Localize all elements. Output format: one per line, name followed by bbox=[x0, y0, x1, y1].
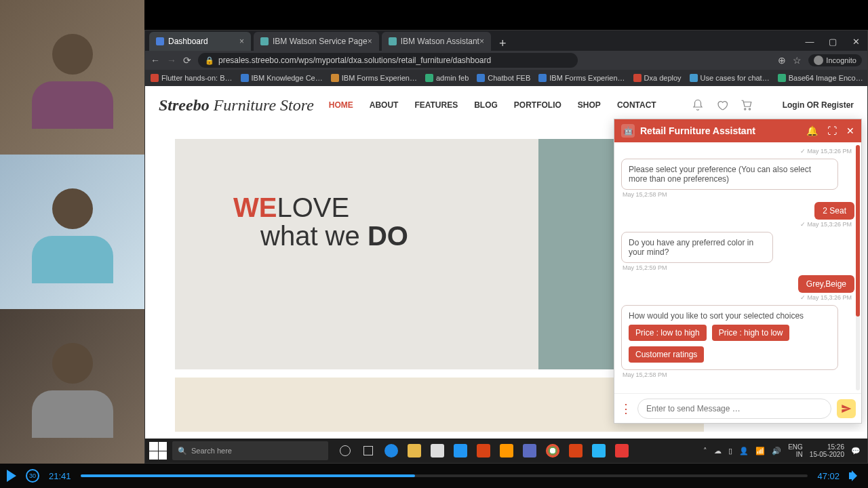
svg-point-1 bbox=[749, 108, 750, 110]
nav-shop[interactable]: SHOP bbox=[578, 100, 601, 110]
tab-label: IBM Watson Service Page bbox=[273, 37, 368, 46]
nav-about[interactable]: ABOUT bbox=[370, 100, 399, 110]
sort-option-ratings[interactable]: Customer ratings bbox=[629, 346, 704, 363]
site-logo[interactable]: Streebo Furniture Store bbox=[159, 96, 314, 115]
bookmark-item[interactable]: IBM Knowledge Ce… bbox=[241, 74, 323, 82]
tray-cloud-icon[interactable]: ☁ bbox=[714, 447, 722, 455]
tray-notifications-icon[interactable]: 💬 bbox=[851, 447, 861, 455]
address-bar[interactable]: 🔒 presales.streebo.com/wps/myportal/dxa.… bbox=[198, 53, 578, 68]
system-tray: ˄ ☁ ▯ 👤 📶 🔊 ENGIN 15:2615-05-2020 💬 bbox=[703, 443, 863, 458]
bot-icon: 🤖 bbox=[621, 124, 635, 138]
tray-chevron-icon[interactable]: ˄ bbox=[703, 447, 707, 455]
browser-tab-3[interactable]: IBM Watson Assistant × bbox=[382, 32, 491, 51]
bookmark-item[interactable]: Use cases for chat… bbox=[690, 74, 770, 82]
browser-tab-1[interactable]: Dashboard × bbox=[149, 32, 251, 51]
tray-sound-icon[interactable]: 🔊 bbox=[772, 447, 781, 455]
maximize-button[interactable]: ▢ bbox=[821, 32, 844, 51]
taskbar-pinned bbox=[335, 441, 632, 461]
tray-wifi-icon[interactable]: 📶 bbox=[755, 447, 765, 455]
cart-icon[interactable] bbox=[741, 99, 753, 111]
timestamp: May 15,2:58 PM bbox=[623, 371, 854, 378]
tab-close-icon[interactable]: × bbox=[368, 37, 372, 46]
app-icon-1[interactable] bbox=[473, 441, 494, 461]
store-icon[interactable] bbox=[427, 441, 448, 461]
star-icon[interactable]: ☆ bbox=[793, 55, 802, 66]
new-tab-button[interactable]: + bbox=[494, 37, 512, 51]
volume-icon[interactable] bbox=[849, 470, 861, 482]
chat-send-button[interactable] bbox=[837, 399, 856, 418]
nav-portfolio[interactable]: PORTFOLIO bbox=[514, 100, 561, 110]
nav-features[interactable]: FEATURES bbox=[414, 100, 458, 110]
bookmark-item[interactable]: admin feb bbox=[425, 74, 469, 82]
tray-language[interactable]: ENGIN bbox=[788, 443, 803, 458]
nav-home[interactable]: HOME bbox=[329, 100, 353, 110]
chat-scrollbar[interactable] bbox=[856, 145, 860, 390]
chat-expand-icon[interactable]: ⛶ bbox=[827, 125, 837, 136]
minimize-button[interactable]: — bbox=[798, 32, 821, 51]
bookmark-item[interactable]: Chatbot FEB bbox=[477, 74, 530, 82]
nav-contact[interactable]: CONTACT bbox=[617, 100, 656, 110]
timestamp: ✓ May 15,3:26 PM bbox=[621, 148, 852, 155]
chatbot-header: 🤖 Retail Furniture Assistant 🔔 ⛶ ✕ bbox=[614, 119, 861, 142]
tab-label: Dashboard bbox=[168, 37, 208, 46]
nav-forward-button[interactable]: → bbox=[167, 55, 176, 66]
participant-video-1 bbox=[0, 0, 144, 155]
tab-close-icon[interactable]: × bbox=[239, 37, 244, 46]
tab-close-icon[interactable]: × bbox=[479, 37, 484, 46]
edge-icon[interactable] bbox=[381, 441, 401, 461]
bot-choice-card: How would you like to sort your selected… bbox=[621, 305, 838, 370]
search-placeholder: Search here bbox=[191, 447, 232, 455]
user-message: Grey,Beige bbox=[798, 275, 854, 293]
search-icon: 🔍 bbox=[178, 447, 187, 455]
user-message: 2 Seat bbox=[814, 202, 854, 220]
root: Dashboard × IBM Watson Service Page × IB… bbox=[0, 0, 868, 488]
playback-bar: 30 21:41 47:02 bbox=[0, 464, 868, 488]
play-button[interactable] bbox=[7, 470, 16, 482]
incognito-badge[interactable]: Incognito bbox=[808, 54, 862, 66]
bot-message: Do you have any preferred color in your … bbox=[621, 232, 773, 263]
svg-point-0 bbox=[744, 108, 745, 110]
tray-battery-icon[interactable]: ▯ bbox=[728, 447, 732, 455]
extension-icon[interactable]: ⊕ bbox=[778, 55, 786, 66]
app-icon-3[interactable] bbox=[589, 441, 609, 461]
skip-back-button[interactable]: 30 bbox=[26, 469, 39, 483]
timestamp: ✓ May 15,3:26 PM bbox=[621, 294, 852, 301]
bell-icon[interactable] bbox=[692, 99, 704, 111]
browser-tab-2[interactable]: IBM Watson Service Page × bbox=[254, 32, 379, 51]
close-button[interactable]: ✕ bbox=[844, 32, 867, 51]
taskbar-search[interactable]: 🔍 Search here bbox=[172, 441, 328, 460]
tray-clock[interactable]: 15:2615-05-2020 bbox=[810, 443, 844, 458]
chat-input[interactable] bbox=[637, 399, 831, 419]
chat-menu-icon[interactable]: ⋮ bbox=[620, 401, 632, 416]
explorer-icon[interactable] bbox=[404, 441, 425, 461]
chat-bell-icon[interactable]: 🔔 bbox=[806, 125, 818, 136]
bookmark-item[interactable]: IBM Forms Experien… bbox=[538, 74, 625, 82]
bookmark-item[interactable]: IBM Forms Experien… bbox=[331, 74, 417, 82]
progress-bar[interactable] bbox=[81, 474, 808, 477]
mail-icon[interactable] bbox=[450, 441, 471, 461]
reload-button[interactable]: ⟳ bbox=[183, 55, 191, 66]
teams-icon[interactable] bbox=[519, 441, 540, 461]
login-link[interactable]: Login OR Register bbox=[783, 100, 854, 110]
start-button[interactable] bbox=[149, 442, 167, 460]
heart-icon[interactable] bbox=[716, 99, 728, 111]
taskview-icon[interactable] bbox=[335, 441, 355, 461]
bookmark-item[interactable]: Base64 Image Enco… bbox=[778, 74, 863, 82]
app-icon-2[interactable] bbox=[496, 441, 517, 461]
video-column bbox=[0, 0, 144, 464]
bookmark-item[interactable]: Dxa deploy bbox=[633, 74, 682, 82]
tray-people-icon[interactable]: 👤 bbox=[739, 447, 749, 455]
nav-blog[interactable]: BLOG bbox=[474, 100, 498, 110]
recording-icon[interactable] bbox=[612, 441, 632, 461]
chrome-icon[interactable] bbox=[542, 441, 563, 461]
lock-icon: 🔒 bbox=[205, 56, 214, 65]
nav-back-button[interactable]: ← bbox=[151, 55, 160, 66]
sort-option-low-high[interactable]: Price : low to high bbox=[629, 325, 707, 341]
hero-text: WELOVE what we DO bbox=[233, 193, 408, 250]
incognito-label: Incognito bbox=[826, 56, 856, 64]
sort-option-high-low[interactable]: Price : high to low bbox=[712, 325, 790, 341]
cortana-icon[interactable] bbox=[358, 441, 378, 461]
powerpoint-icon[interactable] bbox=[566, 441, 586, 461]
bookmark-item[interactable]: Flutter hands-on: B… bbox=[151, 74, 233, 82]
chat-close-icon[interactable]: ✕ bbox=[846, 125, 854, 136]
